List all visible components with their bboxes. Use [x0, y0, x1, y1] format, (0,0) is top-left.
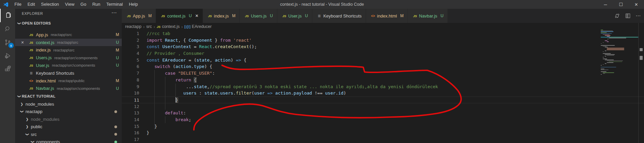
open-editor-item[interactable]: ✕ JS User.js reactapp\src\components U — [15, 62, 122, 69]
run-debug-icon[interactable] — [0, 49, 15, 63]
breadcrumb-item[interactable]: src — [146, 24, 152, 29]
code-line[interactable]: 14 break; — [122, 116, 644, 123]
code-line[interactable]: 6 switch (action.type) { — [122, 63, 644, 70]
close-button[interactable]: ✕ — [629, 0, 644, 9]
line-number: 10 — [122, 90, 139, 97]
menu-item[interactable]: View — [62, 0, 77, 9]
git-status-badge: M — [148, 13, 152, 18]
open-editor-item[interactable]: ✕ <> index.html reactapp\public M — [15, 77, 122, 85]
extensions-icon[interactable] — [0, 63, 15, 76]
minimap[interactable] — [601, 30, 638, 83]
code-token: "DELETE_USER" — [178, 71, 212, 76]
editor-tab[interactable]: JS App.js M — [122, 9, 156, 23]
code-token: . — [212, 44, 215, 49]
open-changes-icon[interactable] — [614, 13, 620, 19]
file-name: index.js — [36, 47, 51, 52]
code-token: . — [217, 91, 220, 96]
breadcrumb-item[interactable]: reactapp — [125, 24, 142, 29]
tab-label: context.js — [167, 13, 185, 19]
open-editor-item[interactable]: ✕ JS Users.js reactapp\src\components U — [15, 54, 122, 62]
minimize-button[interactable]: ─ — [598, 0, 613, 9]
minimap-line — [607, 55, 614, 56]
breadcrumb-separator: › — [143, 24, 145, 29]
explorer-icon[interactable] — [0, 9, 15, 22]
menu-item[interactable]: Edit — [24, 0, 38, 9]
menu-item[interactable]: Terminal — [103, 0, 126, 9]
code-line[interactable]: 3const UserContext = React.createContext… — [122, 43, 644, 50]
open-editor-item[interactable]: ✕ JS context.js reactapp\src U — [15, 39, 122, 46]
menu-item[interactable]: Go — [77, 0, 89, 9]
code-line[interactable]: 2import React, { Component } from 'react… — [122, 37, 644, 44]
open-editors-header[interactable]: ❯ OPEN EDITORS — [15, 20, 122, 27]
js-file-icon: JS — [281, 14, 287, 18]
code-line[interactable]: 17 — [122, 136, 644, 143]
code-token — [147, 64, 154, 69]
editor-tab[interactable]: <> index.html M — [366, 9, 408, 23]
editor-tab[interactable]: JS Navbar.js U — [408, 9, 448, 23]
js-file-icon: JS — [160, 14, 166, 18]
code-token: , — [207, 84, 210, 89]
editor-tab[interactable]: JS context.js U ✕ — [156, 9, 203, 23]
folder-header[interactable]: ❯ REACT TUTORIAL — [15, 93, 122, 100]
close-icon[interactable]: ✕ — [195, 13, 199, 18]
code-token: createContext — [215, 44, 249, 49]
code-token: // Provider , Consumer — [147, 51, 204, 56]
tree-item[interactable]: ❯ reactapp — [15, 108, 122, 116]
js-file-icon: JS — [28, 33, 35, 37]
breadcrumb-item[interactable]: context.js — [162, 24, 180, 29]
more-actions-icon[interactable]: ⋯ — [111, 9, 117, 16]
code-token: EAreducer — [162, 58, 186, 63]
split-editor-icon[interactable] — [625, 13, 631, 19]
code-line[interactable]: 5const EAreducer = (state, action) => { — [122, 57, 644, 64]
open-editor-item[interactable]: ✕ ≣ Keyboard Shortcuts — [15, 69, 122, 77]
editor-tab[interactable]: ≣ Keyboard Shortcuts — [312, 9, 366, 23]
js-file-icon: JS — [412, 14, 418, 18]
menu-item[interactable]: Help — [126, 0, 141, 9]
tree-item[interactable]: ❯ node_modules — [15, 100, 122, 108]
open-editor-item[interactable]: ✕ JS Navbar.js reactapp\src\components U — [15, 85, 122, 93]
code-line[interactable]: 4// Provider , Consumer — [122, 50, 644, 57]
menu-item[interactable]: Run — [89, 0, 103, 9]
tree-item[interactable]: ❯ src — [15, 131, 122, 138]
tree-item[interactable]: ❯ components — [15, 138, 122, 143]
tab-label: App.js — [133, 13, 145, 19]
code-line[interactable]: 15 } — [122, 123, 644, 130]
editor-tab[interactable]: JS User.js U — [277, 9, 312, 23]
menu-item[interactable]: Selection — [38, 0, 62, 9]
code-line[interactable]: 13 default: — [122, 110, 644, 116]
search-icon[interactable] — [0, 22, 15, 36]
git-status-badge: U — [113, 86, 122, 91]
tree-item[interactable]: ❯ node_modules — [15, 115, 122, 123]
editor-tab[interactable]: JS Users.js U — [240, 9, 277, 23]
indent-guide — [154, 116, 155, 123]
line-number: 14 — [122, 116, 139, 123]
code-line[interactable]: 12 — [122, 103, 644, 110]
tree-item-label: reactapp — [25, 109, 114, 114]
maximize-button[interactable]: ☐ — [613, 0, 629, 9]
breadcrumb-item[interactable]: EAreducer — [192, 24, 212, 29]
menu-item[interactable]: File — [11, 0, 24, 9]
minimap-line — [601, 65, 602, 66]
code-line[interactable]: 7 case "DELETE_USER": — [122, 70, 644, 77]
code-token: ( — [252, 91, 254, 96]
scrollbar-decoration — [640, 48, 643, 51]
close-icon[interactable]: ✕ — [20, 40, 25, 45]
window-title: context.js - react tutorial - Visual Stu… — [280, 2, 364, 7]
code-line[interactable]: 8 return { — [122, 77, 644, 83]
git-status-badge: M — [113, 32, 122, 37]
code-line[interactable]: 16} — [122, 130, 644, 136]
code-editor[interactable]: 1//rcc tab2import React, { Component } f… — [122, 30, 644, 143]
keyboard-icon: ≣ — [28, 71, 35, 75]
more-actions-icon[interactable]: ⋯ — [636, 13, 641, 19]
minimap-line — [609, 62, 622, 62]
open-editor-item[interactable]: ✕ JS index.js reactapp\src M — [15, 46, 122, 54]
code-line[interactable]: 9 ...state,//spread operatörü 3 nokta es… — [122, 83, 644, 90]
minimap-line — [601, 30, 603, 30]
code-line[interactable]: 1//rcc tab — [122, 30, 644, 37]
code-line[interactable]: 10 users : state.users.filter(user => ac… — [122, 90, 644, 97]
code-line[interactable]: 11 } — [122, 97, 644, 103]
open-editor-item[interactable]: ✕ JS App.js reactapp\src M — [15, 31, 122, 39]
editor-tab[interactable]: JS index.js M — [203, 9, 240, 23]
tree-item[interactable]: ❯ public — [15, 123, 122, 131]
source-control-icon[interactable]: 9 — [0, 36, 15, 49]
